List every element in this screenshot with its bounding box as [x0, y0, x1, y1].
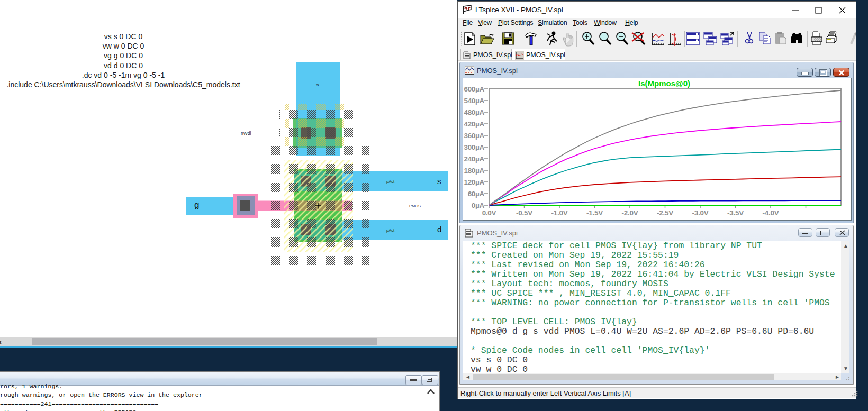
svg-text:0.0V: 0.0V	[482, 209, 496, 217]
svg-text:-1.5V: -1.5V	[586, 209, 603, 217]
svg-text:300µA: 300µA	[464, 143, 484, 151]
svg-text:pAct: pAct	[386, 228, 395, 233]
svg-text:420µA: 420µA	[464, 120, 484, 128]
svg-text:-3.0V: -3.0V	[692, 209, 709, 217]
svg-text:60µA: 60µA	[468, 190, 485, 198]
svg-text:-0.5V: -0.5V	[516, 209, 532, 217]
svg-text:240µA: 240µA	[464, 155, 484, 163]
svg-text:nWdl: nWdl	[241, 131, 251, 136]
svg-text:480µA: 480µA	[464, 108, 484, 116]
svg-text:-1.0V: -1.0V	[551, 209, 568, 217]
svg-text:Is(Mpmos@0): Is(Mpmos@0)	[638, 79, 690, 88]
svg-text:s: s	[437, 177, 441, 186]
svg-text:g: g	[194, 200, 199, 210]
svg-text:540µA: 540µA	[464, 97, 484, 105]
svg-text:0µA: 0µA	[472, 202, 485, 209]
svg-text:-2.5V: -2.5V	[657, 209, 673, 217]
svg-text:180µA: 180µA	[464, 167, 484, 175]
svg-text:-3.5V: -3.5V	[727, 209, 744, 217]
svg-text:-2.0V: -2.0V	[622, 209, 638, 217]
svg-text:360µA: 360µA	[464, 132, 484, 140]
svg-text:120µA: 120µA	[464, 178, 484, 186]
svg-text:pAct: pAct	[386, 179, 395, 184]
svg-text:-4.0V: -4.0V	[763, 209, 779, 217]
svg-text:d: d	[437, 225, 441, 234]
svg-text:w: w	[315, 82, 319, 87]
svg-text:PMOS: PMOS	[409, 204, 421, 208]
svg-text:600µA: 600µA	[464, 85, 484, 93]
